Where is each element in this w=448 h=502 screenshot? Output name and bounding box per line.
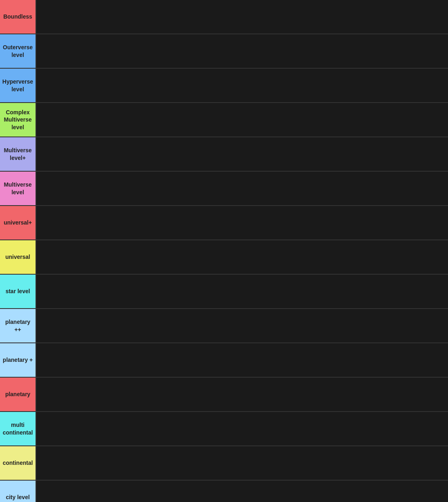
tier-row-multiverse-level: Multiverse level bbox=[0, 172, 448, 206]
tier-content-planetary-plus bbox=[36, 343, 448, 377]
tier-label-multi-continental: multi continental bbox=[0, 412, 36, 445]
tier-label-complex-multiverse-level: Complex Multiverse level bbox=[0, 103, 36, 137]
tier-content-multiverse-level bbox=[36, 172, 448, 205]
tier-label-planetary-plus: planetary + bbox=[0, 343, 36, 377]
tier-label-continental: continental bbox=[0, 446, 36, 480]
tier-content-hyperverse-level bbox=[36, 69, 448, 102]
tier-row-planetary-plusplus: planetary ++ bbox=[0, 309, 448, 343]
tier-label-multiverse-level: Multiverse level bbox=[0, 172, 36, 205]
tier-content-universal bbox=[36, 240, 448, 274]
tier-row-hyperverse-level: Hyperverse level bbox=[0, 69, 448, 103]
tier-row-planetary-plus: planetary + bbox=[0, 343, 448, 378]
tier-label-universal: universal bbox=[0, 240, 36, 274]
tier-label-planetary: planetary bbox=[0, 378, 36, 411]
tier-row-universal: universal bbox=[0, 240, 448, 275]
tier-row-boundless: Boundless bbox=[0, 0, 448, 34]
tier-row-continental: continental bbox=[0, 446, 448, 481]
tier-label-universal-plus: universal+ bbox=[0, 206, 36, 239]
tier-label-hyperverse-level: Hyperverse level bbox=[0, 69, 36, 102]
tier-content-universal-plus bbox=[36, 206, 448, 239]
tier-row-outerverse-level: Outerverse level bbox=[0, 34, 448, 69]
tier-content-boundless bbox=[36, 0, 448, 34]
tier-content-planetary bbox=[36, 378, 448, 411]
tier-label-multiverse-level-plus: Multiverse level+ bbox=[0, 137, 36, 171]
tier-label-star-level: star level bbox=[0, 275, 36, 308]
tier-row-universal-plus: universal+ bbox=[0, 206, 448, 240]
tier-content-outerverse-level bbox=[36, 34, 448, 68]
tier-list: BoundlessOuterverse levelHyperverse leve… bbox=[0, 0, 448, 502]
tier-row-multiverse-level-plus: Multiverse level+ bbox=[0, 137, 448, 172]
tier-content-star-level bbox=[36, 275, 448, 308]
tier-row-star-level: star level bbox=[0, 275, 448, 309]
tier-label-city-level: city level bbox=[0, 481, 36, 502]
tier-label-planetary-plusplus: planetary ++ bbox=[0, 309, 36, 342]
tier-row-complex-multiverse-level: Complex Multiverse level bbox=[0, 103, 448, 137]
tier-content-planetary-plusplus bbox=[36, 309, 448, 342]
tier-row-city-level: city level bbox=[0, 481, 448, 502]
tier-content-continental bbox=[36, 446, 448, 480]
tier-content-city-level bbox=[36, 481, 448, 502]
tier-label-outerverse-level: Outerverse level bbox=[0, 34, 36, 68]
tier-row-planetary: planetary bbox=[0, 378, 448, 412]
tier-content-complex-multiverse-level bbox=[36, 103, 448, 137]
tier-content-multiverse-level-plus bbox=[36, 137, 448, 171]
tier-row-multi-continental: multi continental bbox=[0, 412, 448, 446]
tier-label-boundless: Boundless bbox=[0, 0, 36, 34]
tier-content-multi-continental bbox=[36, 412, 448, 445]
